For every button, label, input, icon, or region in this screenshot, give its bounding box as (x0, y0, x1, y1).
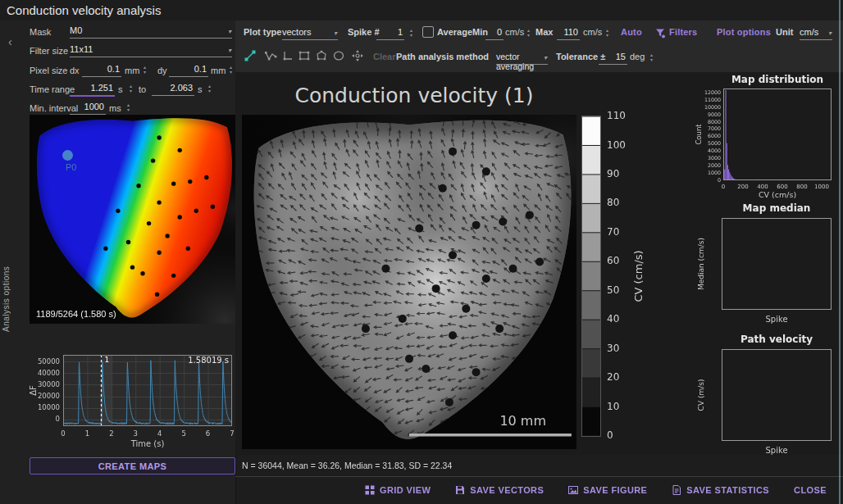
max-stepper[interactable]: ▴▾ (604, 28, 611, 38)
pixel-size-label: Pixel size (30, 66, 67, 75)
filter-icon (655, 28, 666, 39)
plot-type-select[interactable]: vectors ▾ (282, 27, 338, 40)
time-range-label: Time range (30, 84, 75, 94)
dy-label: dy (157, 66, 167, 75)
polyline-tool-icon (264, 49, 277, 62)
move-tool-button[interactable] (349, 47, 367, 65)
page-title: Conduction velocity analysis (7, 3, 161, 17)
image-icon (568, 485, 578, 495)
unit-value: cm/s (800, 27, 818, 37)
p0-label: P0 (66, 162, 76, 172)
polygon-roi-icon (315, 49, 328, 62)
p0-marker[interactable]: P0 (62, 150, 87, 175)
average-label: Average (437, 27, 472, 37)
app-window: Conduction velocity analysis ‹ Mask M0 ▾… (0, 0, 843, 504)
create-maps-button[interactable]: CREATE MAPS (30, 457, 235, 474)
dy-unit: mm (211, 66, 226, 75)
spike-number-stepper[interactable]: ▴▾ (408, 28, 415, 38)
dy-input[interactable]: 0.1 (169, 64, 208, 77)
dx-stepper[interactable]: ▴▾ (141, 65, 148, 75)
grid-icon (365, 485, 375, 495)
action-bar: GRID VIEW SAVE VECTORS SAVE FIGURE (235, 477, 832, 503)
document-icon (672, 485, 681, 495)
min-input[interactable]: 0 (485, 27, 504, 40)
min-stepper[interactable]: ▴▾ (525, 28, 532, 38)
analysis-options-tab[interactable]: Analysis options (2, 225, 11, 332)
spike-number-label: Spike # (348, 27, 380, 37)
unit-select[interactable]: cm/s ▾ (800, 27, 832, 40)
plot-toolbar: Plot type vectors ▾ Spike # 1 ▴▾ Average… (235, 20, 843, 73)
time-to-stepper[interactable]: ▴▾ (206, 84, 213, 93)
rectangle-roi-button[interactable] (295, 47, 313, 65)
ellipse-roi-icon (332, 49, 345, 62)
dx-unit: mm (125, 66, 139, 75)
line-tool-icon (244, 49, 257, 62)
dy-stepper[interactable]: ▴▾ (227, 65, 235, 75)
unit-label: Unit (776, 27, 793, 37)
path-method-select[interactable]: vector averaging ▾ (496, 52, 548, 65)
figure-title: Conduction velocity (1) (242, 84, 586, 107)
polygon-roi-button[interactable] (312, 47, 330, 65)
grid-view-button[interactable]: GRID VIEW (365, 485, 431, 495)
time-to-input[interactable]: 2.063 (152, 83, 194, 96)
chevron-down-icon: ▾ (228, 28, 231, 35)
min-interval-unit: ms (109, 103, 121, 113)
min-interval-stepper[interactable]: ▴▾ (125, 102, 132, 112)
filters-button[interactable]: Filters (669, 27, 697, 37)
line-tool-button[interactable] (241, 47, 259, 65)
status-bar: N = 36044, Mean = 36.26, Median = 31.83,… (235, 455, 843, 477)
tolerance-input[interactable]: 15 (599, 52, 627, 65)
mask-row: Mask M0 ▾ (0, 25, 235, 40)
save-vectors-button[interactable]: SAVE VECTORS (455, 485, 544, 495)
filter-size-row: Filter size 11x11 ▾ (0, 44, 235, 59)
save-icon (455, 485, 465, 495)
pixel-size-row: Pixel size dx 0.1 mm ▴▾ dy 0.1 mm ▴▾ (0, 64, 235, 79)
save-vectors-label: SAVE VECTORS (470, 485, 544, 495)
angle-tool-button[interactable] (279, 47, 297, 65)
mask-value: M0 (70, 25, 82, 35)
angle-tool-icon (281, 49, 294, 62)
path-method-value: vector averaging (496, 52, 534, 71)
mask-select[interactable]: M0 ▾ (70, 25, 232, 39)
max-input[interactable]: 110 (557, 27, 580, 40)
save-statistics-button[interactable]: SAVE STATISTICS (672, 485, 769, 495)
frame-counter: 1189/5264 (1.580 s) (36, 309, 116, 319)
average-checkbox[interactable] (422, 26, 434, 38)
analysis-options-panel: ‹ Mask M0 ▾ Filter size 11x11 ▾ Pixel si… (0, 20, 236, 504)
window-edge-highlight (839, 0, 841, 504)
filter-size-select[interactable]: 11x11 ▾ (70, 44, 232, 57)
tolerance-unit: deg (630, 52, 645, 61)
mask-label: Mask (30, 27, 51, 37)
clear-button[interactable]: Clear (373, 52, 396, 61)
trace-plot-canvas[interactable] (25, 348, 235, 455)
move-tool-icon (351, 49, 364, 62)
time-from-stepper[interactable]: ▴▾ (127, 84, 134, 93)
auto-button[interactable]: Auto (621, 27, 642, 37)
min-interval-input[interactable]: 1000 (70, 102, 106, 115)
close-button[interactable]: CLOSE (794, 485, 827, 495)
plot-options-button[interactable]: Plot options (717, 27, 771, 37)
polyline-tool-button[interactable] (262, 47, 280, 65)
map-distribution-plot (695, 74, 836, 200)
path-velocity-plot (695, 333, 836, 464)
time-to-label: to (139, 84, 146, 94)
save-figure-label: SAVE FIGURE (583, 485, 647, 495)
rectangle-roi-icon (298, 49, 311, 62)
cv-map-canvas[interactable] (242, 115, 576, 449)
chevron-down-icon: ▾ (334, 30, 337, 37)
chevron-down-icon: ▾ (544, 54, 547, 61)
chevron-down-icon: ▾ (828, 30, 832, 37)
p0-dot-icon (62, 150, 73, 161)
path-method-label: Path analysis method (396, 52, 489, 61)
time-from-input[interactable]: 1.251 (70, 83, 115, 97)
statistics-readout: N = 36044, Mean = 36.26, Median = 31.83,… (242, 461, 452, 470)
activation-map-canvas[interactable] (30, 115, 235, 324)
dx-input[interactable]: 0.1 (82, 64, 121, 77)
plot-type-label: Plot type (244, 27, 281, 37)
min-unit: cm/s (505, 27, 524, 37)
tolerance-stepper[interactable]: ▴▾ (648, 52, 655, 62)
spike-number-input[interactable]: 1 (376, 27, 404, 40)
ellipse-roi-button[interactable] (330, 47, 348, 65)
chevron-down-icon: ▾ (228, 47, 231, 54)
save-figure-button[interactable]: SAVE FIGURE (568, 485, 647, 495)
